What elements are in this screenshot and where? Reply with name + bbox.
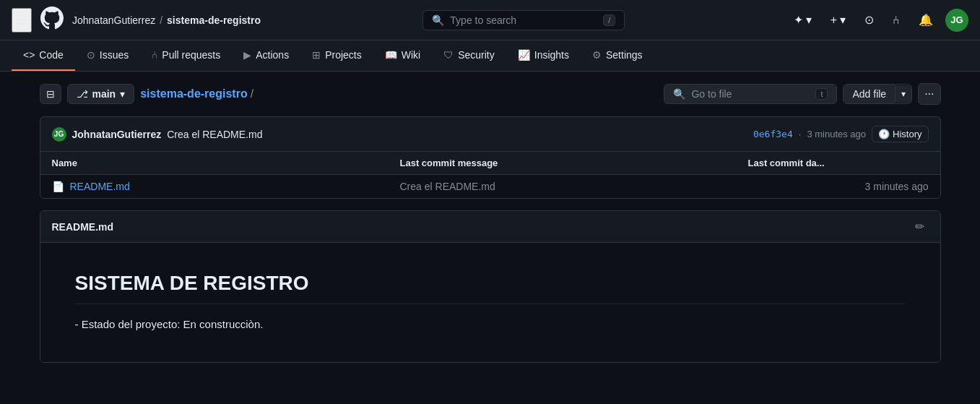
tab-wiki[interactable]: 📖 Wiki bbox=[373, 40, 432, 71]
search-icon: 🔍 bbox=[432, 14, 444, 26]
readme-paragraph: - Estado del proyecto: En construcciòn. bbox=[75, 316, 906, 333]
add-file-button-group: Add file ▾ bbox=[843, 84, 912, 104]
search-shortcut-kbd: / bbox=[603, 14, 615, 26]
col-header-commit-message: Last commit message bbox=[400, 158, 748, 168]
tab-code-label: Code bbox=[39, 49, 63, 61]
path-separator: / bbox=[251, 87, 253, 100]
file-name-cell: 📄 README.md bbox=[52, 181, 400, 192]
copilot-button[interactable]: ✦ ▾ bbox=[787, 9, 818, 31]
settings-nav-icon: ⚙ bbox=[592, 49, 602, 61]
sidebar-toggle-icon: ⊟ bbox=[46, 88, 55, 100]
plus-icon: + bbox=[831, 14, 837, 27]
pull-requests-button[interactable]: ⑃ bbox=[886, 9, 906, 31]
tab-security-label: Security bbox=[458, 49, 495, 61]
actions-nav-icon: ▶ bbox=[243, 49, 251, 61]
path-repo-link[interactable]: sistema-de-registro bbox=[140, 87, 248, 100]
commit-message: Crea el README.md bbox=[167, 129, 262, 140]
header-search-area: 🔍 Type to search / bbox=[269, 10, 779, 30]
add-file-main-button[interactable]: Add file bbox=[844, 85, 895, 103]
file-commit-time: 3 minutes ago bbox=[748, 181, 929, 192]
main-content: ⊟ ⎇ main ▾ sistema-de-registro / 🔍 Go to… bbox=[28, 72, 953, 374]
projects-nav-icon: ⊞ bbox=[312, 49, 321, 61]
history-icon: 🕐 bbox=[878, 129, 890, 139]
tab-projects[interactable]: ⊞ Projects bbox=[300, 40, 373, 71]
tab-settings[interactable]: ⚙ Settings bbox=[581, 40, 654, 71]
goto-file-input[interactable]: 🔍 Go to file t bbox=[664, 84, 837, 104]
goto-file-icon: 🔍 bbox=[673, 88, 685, 100]
notifications-button[interactable]: 🔔 bbox=[912, 9, 940, 31]
commit-author-name[interactable]: JohnatanGutierrez bbox=[72, 129, 162, 140]
readme-edit-button[interactable]: ✏ bbox=[911, 218, 929, 235]
toolbar-right: 🔍 Go to file t Add file ▾ ··· bbox=[664, 83, 940, 105]
tab-issues-label: Issues bbox=[100, 49, 129, 61]
tab-insights[interactable]: 📈 Insights bbox=[506, 40, 581, 71]
create-new-button[interactable]: + ▾ bbox=[824, 9, 852, 31]
breadcrumb-separator: / bbox=[160, 14, 162, 26]
file-table: Name Last commit message Last commit da.… bbox=[40, 151, 941, 199]
breadcrumb-repo[interactable]: sistema-de-registro bbox=[167, 14, 261, 26]
github-logo[interactable] bbox=[40, 7, 64, 34]
col-header-commit-date: Last commit da... bbox=[748, 158, 929, 168]
repo-nav: <> Code ⊙ Issues ⑃ Pull requests ▶ Actio… bbox=[0, 40, 980, 72]
plus-caret-icon: ▾ bbox=[840, 13, 846, 27]
tab-projects-label: Projects bbox=[325, 49, 362, 61]
branch-caret-icon: ▾ bbox=[120, 88, 125, 100]
tab-actions-label: Actions bbox=[256, 49, 289, 61]
readme-section: README.md ✏ SISTEMA DE REGISTRO - Estado… bbox=[40, 210, 941, 363]
file-icon: 📄 bbox=[52, 181, 64, 192]
commit-author-avatar: JG bbox=[52, 127, 66, 142]
commit-info: JG JohnatanGutierrez Crea el README.md bbox=[52, 127, 263, 142]
breadcrumb-owner[interactable]: JohnatanGutierrez bbox=[72, 14, 155, 26]
issues-nav-icon: ⊙ bbox=[87, 49, 95, 61]
file-commit-message: Crea el README.md bbox=[400, 181, 748, 192]
sidebar-toggle-button[interactable]: ⊟ bbox=[40, 84, 61, 104]
readme-title: README.md bbox=[52, 221, 114, 233]
hamburger-button[interactable]: ☰ bbox=[12, 8, 32, 33]
history-link[interactable]: 🕐 History bbox=[872, 126, 928, 142]
header: ☰ JohnatanGutierrez / sistema-de-registr… bbox=[0, 0, 980, 40]
table-row: 📄 README.md Crea el README.md 3 minutes … bbox=[40, 175, 940, 198]
issues-icon: ⊙ bbox=[864, 13, 874, 27]
commit-meta: 0e6f3e4 · 3 minutes ago 🕐 History bbox=[753, 126, 929, 142]
breadcrumb: JohnatanGutierrez / sistema-de-registro bbox=[72, 14, 261, 26]
commit-time: 3 minutes ago bbox=[807, 129, 866, 139]
commit-hash-link[interactable]: 0e6f3e4 bbox=[753, 129, 793, 139]
pr-nav-icon: ⑃ bbox=[152, 49, 157, 61]
security-nav-icon: 🛡 bbox=[443, 49, 454, 61]
code-icon: <> bbox=[23, 49, 35, 61]
file-name-link[interactable]: README.md bbox=[70, 181, 130, 192]
branch-name: main bbox=[92, 88, 116, 100]
wiki-nav-icon: 📖 bbox=[385, 49, 397, 61]
tab-pull-requests[interactable]: ⑃ Pull requests bbox=[140, 40, 232, 71]
bell-icon: 🔔 bbox=[919, 13, 933, 27]
issues-button[interactable]: ⊙ bbox=[858, 9, 880, 31]
add-file-caret-button[interactable]: ▾ bbox=[895, 85, 911, 103]
branch-selector[interactable]: ⎇ main ▾ bbox=[67, 84, 135, 104]
col-header-name: Name bbox=[52, 158, 400, 168]
path-breadcrumb: sistema-de-registro / bbox=[140, 87, 658, 100]
tab-insights-label: Insights bbox=[534, 49, 569, 61]
more-options-button[interactable]: ··· bbox=[918, 83, 940, 105]
readme-header: README.md ✏ bbox=[40, 211, 940, 243]
file-table-header: Name Last commit message Last commit da.… bbox=[40, 152, 940, 175]
goto-file-kbd: t bbox=[815, 88, 828, 100]
search-box[interactable]: 🔍 Type to search / bbox=[422, 10, 625, 30]
goto-file-placeholder: Go to file bbox=[691, 88, 732, 100]
insights-nav-icon: 📈 bbox=[518, 49, 530, 61]
tab-issues[interactable]: ⊙ Issues bbox=[75, 40, 140, 71]
tab-settings-label: Settings bbox=[606, 49, 643, 61]
branch-icon: ⎇ bbox=[77, 88, 88, 100]
readme-body: SISTEMA DE REGISTRO - Estado del proyect… bbox=[40, 243, 940, 362]
header-actions: ✦ ▾ + ▾ ⊙ ⑃ 🔔 JG bbox=[787, 9, 968, 32]
commit-row: JG JohnatanGutierrez Crea el README.md 0… bbox=[40, 116, 941, 151]
commit-separator: · bbox=[799, 129, 802, 139]
tab-wiki-label: Wiki bbox=[402, 49, 420, 61]
history-label: History bbox=[893, 129, 922, 139]
tab-security[interactable]: 🛡 Security bbox=[432, 40, 506, 71]
pull-requests-icon: ⑃ bbox=[893, 14, 900, 27]
search-placeholder: Type to search bbox=[450, 14, 597, 26]
tab-code[interactable]: <> Code bbox=[12, 40, 75, 71]
tab-actions[interactable]: ▶ Actions bbox=[232, 40, 300, 71]
avatar[interactable]: JG bbox=[945, 9, 968, 32]
repo-toolbar: ⊟ ⎇ main ▾ sistema-de-registro / 🔍 Go to… bbox=[40, 83, 941, 105]
